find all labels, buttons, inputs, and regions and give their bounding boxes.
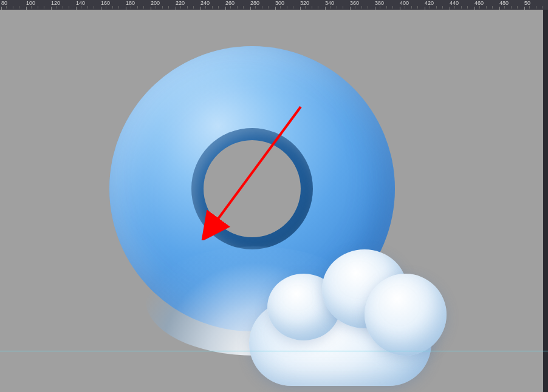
cloud-puff-right [365,274,447,356]
ruler-horizontal[interactable]: 8010012014016018020022024026028030032034… [0,0,548,10]
ruler-tick: 80 [1,0,7,6]
horizontal-guide[interactable] [0,351,548,351]
ruler-tick: 280 [250,0,259,6]
ruler-tick: 120 [51,0,60,6]
ruler-tick: 400 [400,0,409,6]
ruler-tick: 440 [450,0,459,6]
ruler-tick: 100 [26,0,35,6]
ruler-tick: 480 [499,0,509,6]
ruler-tick: 220 [176,0,185,6]
ruler-tick: 50 [524,0,530,6]
ruler-tick: 460 [474,0,484,6]
ruler-tick: 180 [126,0,135,6]
ruler-tick: 420 [425,0,434,6]
ruler-tick: 360 [350,0,359,6]
ruler-tick: 140 [76,0,85,6]
ruler-tick: 200 [151,0,160,6]
cloud-shape [243,216,437,368]
ruler-tick: 340 [325,0,334,6]
artwork-icon [109,46,425,374]
ruler-tick: 260 [225,0,235,6]
ruler-tick: 300 [275,0,284,6]
ruler-tick: 380 [375,0,384,6]
canvas-area[interactable] [0,10,548,392]
right-panel-edge [543,10,548,392]
ruler-tick: 240 [200,0,210,6]
ruler-tick: 160 [101,0,110,6]
ruler-tick: 320 [300,0,309,6]
